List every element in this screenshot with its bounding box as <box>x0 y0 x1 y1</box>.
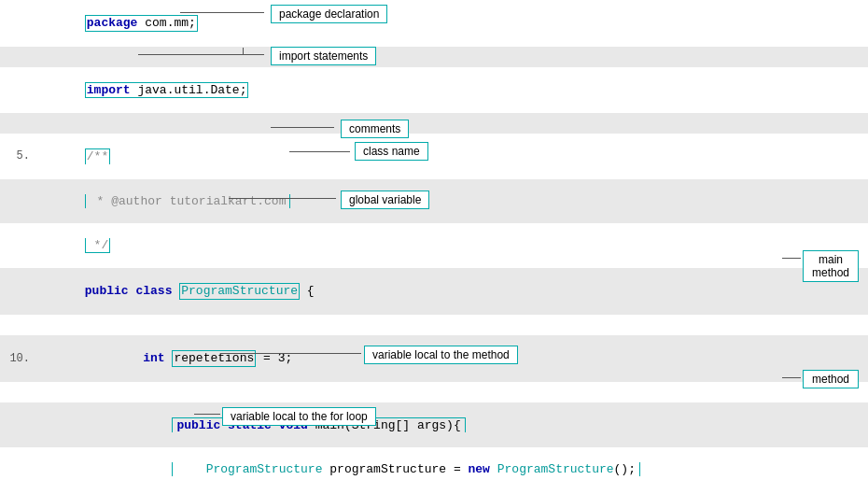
package-declaration-label: package declaration <box>271 5 387 23</box>
line-num-9 <box>0 315 37 335</box>
line-num-11 <box>0 382 37 402</box>
line-package: package com.mm; <box>0 0 868 47</box>
package-highlight: package com.mm; <box>85 15 198 32</box>
import-connector-v <box>243 48 244 55</box>
var-for-annotation: variable local to the for loop <box>222 407 376 426</box>
main-box-mid1: ProgramStructure programStructure = new … <box>172 462 640 476</box>
comment-box-mid: * @author tutorialkart.com <box>85 194 291 208</box>
line-blank-2 <box>0 47 868 67</box>
line-num-5: 5. <box>0 134 37 179</box>
line-blank-11 <box>0 382 868 402</box>
classname-connector <box>289 151 350 152</box>
line-comment-end: */ <box>0 223 868 269</box>
line-content-13: ProgramStructure programStructure = new … <box>37 447 868 480</box>
main-method-label: mainmethod <box>803 250 859 282</box>
line-content-6: * @author tutorialkart.com <box>37 179 868 223</box>
line-content-12: public static void main(String[] args){ <box>37 402 868 447</box>
line-num-10: 10. <box>0 335 37 382</box>
line-num-8 <box>0 268 37 315</box>
classname-label: class name <box>355 142 428 161</box>
method-annotation: method <box>803 370 859 388</box>
line-num-3 <box>0 67 37 114</box>
line-blank-4 <box>0 113 868 134</box>
line-comment-author: * @author tutorialkart.com <box>0 179 868 223</box>
line-content-8: public class ProgramStructure { <box>37 268 868 315</box>
code-diagram: package com.mm; import java.util.Date; 5… <box>0 0 868 480</box>
main-method-connector <box>782 258 801 259</box>
var-method-annotation: variable local to the method <box>364 346 518 364</box>
line-content-11 <box>37 384 868 400</box>
line-content-import: import java.util.Date; <box>37 67 868 114</box>
import-highlight: import java.util.Date; <box>85 82 249 99</box>
classname-highlight: ProgramStructure <box>179 283 300 300</box>
line-num-6 <box>0 179 37 223</box>
comments-annotation: comments <box>341 120 409 138</box>
package-declaration-annotation: package declaration <box>271 5 387 23</box>
line-class: public class ProgramStructure { <box>0 268 868 315</box>
method-label: method <box>803 370 859 388</box>
comment-box-start: /** <box>85 148 110 164</box>
line-main-start: public static void main(String[] args){ <box>0 402 868 447</box>
line-content-package: package com.mm; <box>37 0 868 47</box>
method-connector <box>782 377 801 378</box>
line-num-13 <box>0 447 37 480</box>
import-connector <box>138 54 264 55</box>
line-num-7 <box>0 223 37 269</box>
var-method-label: variable local to the method <box>364 346 518 364</box>
line-num-1 <box>0 0 37 47</box>
import-annotation: import statements <box>271 47 376 65</box>
comments-connector <box>271 127 334 128</box>
line-comment-start: 5. /** <box>0 134 868 179</box>
global-var-annotation: global variable <box>341 191 429 209</box>
global-var-connector <box>229 198 336 199</box>
main-method-annotation: mainmethod <box>803 250 859 282</box>
line-content-5: /** <box>37 134 868 179</box>
global-var-label: global variable <box>341 191 429 209</box>
line-num-12 <box>0 402 37 447</box>
line-newobj: ProgramStructure programStructure = new … <box>0 447 868 480</box>
var-for-label: variable local to the for loop <box>222 407 376 426</box>
package-connector <box>180 12 264 13</box>
line-content-2 <box>37 49 868 64</box>
comment-box-end: */ <box>85 238 110 254</box>
import-label: import statements <box>271 47 376 65</box>
line-import: import java.util.Date; <box>0 67 868 114</box>
line-blank-9 <box>0 315 868 335</box>
line-content-7: */ <box>37 223 868 269</box>
var-for-connector <box>194 414 220 415</box>
var-method-connector <box>221 353 361 354</box>
line-content-9 <box>37 317 868 332</box>
line-num-4 <box>0 113 37 134</box>
line-num-2 <box>0 47 37 67</box>
classname-annotation: class name <box>355 142 428 161</box>
line-content-4 <box>37 116 868 132</box>
comments-label: comments <box>341 120 409 138</box>
